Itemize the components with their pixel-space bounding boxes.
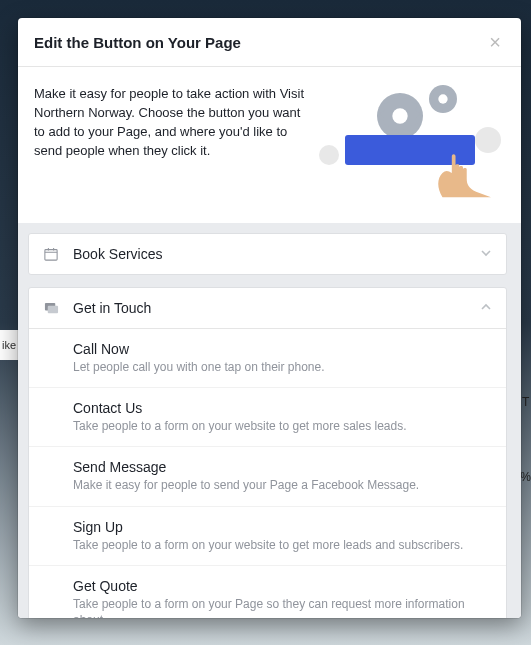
hand-pointer-icon — [435, 149, 491, 199]
svg-point-0 — [392, 108, 407, 123]
bg-fragment-like: ike — [0, 330, 18, 360]
option-title: Get Quote — [73, 578, 492, 594]
option-send-message[interactable]: Send Message Make it easy for people to … — [29, 446, 506, 505]
category-label: Get in Touch — [73, 300, 480, 316]
option-title: Send Message — [73, 459, 492, 475]
option-desc: Take people to a form on your website to… — [73, 537, 492, 553]
edit-button-modal: Edit the Button on Your Page × Make it e… — [18, 18, 521, 618]
option-list: Call Now Let people call you with one ta… — [29, 328, 506, 618]
svg-rect-7 — [47, 305, 57, 313]
option-contact-us[interactable]: Contact Us Take people to a form on your… — [29, 387, 506, 446]
category-book-services: Book Services — [28, 233, 507, 275]
chat-icon — [43, 300, 59, 316]
options-scroll[interactable]: Book Services Get in Touch — [28, 233, 511, 618]
option-title: Call Now — [73, 341, 492, 357]
intro-text: Make it easy for people to take action w… — [34, 85, 313, 160]
svg-rect-2 — [45, 250, 57, 261]
option-call-now[interactable]: Call Now Let people call you with one ta… — [29, 329, 506, 387]
close-icon[interactable]: × — [485, 32, 505, 52]
category-label: Book Services — [73, 246, 480, 262]
gear-icon — [377, 93, 423, 139]
chevron-down-icon — [480, 247, 492, 262]
option-title: Contact Us — [73, 400, 492, 416]
modal-header: Edit the Button on Your Page × — [18, 18, 521, 67]
modal-intro: Make it easy for people to take action w… — [18, 67, 521, 223]
options-area: Book Services Get in Touch — [18, 223, 521, 618]
svg-point-1 — [438, 94, 447, 103]
chevron-up-icon — [480, 301, 492, 316]
category-get-in-touch: Get in Touch Call Now Let people call yo… — [28, 287, 507, 618]
calendar-icon — [43, 246, 59, 262]
intro-illustration — [325, 85, 505, 205]
modal-title: Edit the Button on Your Page — [34, 34, 241, 51]
option-sign-up[interactable]: Sign Up Take people to a form on your we… — [29, 506, 506, 565]
category-header-book-services[interactable]: Book Services — [29, 234, 506, 274]
category-header-get-in-touch[interactable]: Get in Touch — [29, 288, 506, 328]
option-desc: Take people to a form on your Page so th… — [73, 596, 492, 618]
option-desc: Take people to a form on your website to… — [73, 418, 492, 434]
option-desc: Let people call you with one tap on thei… — [73, 359, 492, 375]
gear-small-icon — [429, 85, 457, 113]
option-title: Sign Up — [73, 519, 492, 535]
option-desc: Make it easy for people to send your Pag… — [73, 477, 492, 493]
option-get-quote[interactable]: Get Quote Take people to a form on your … — [29, 565, 506, 618]
